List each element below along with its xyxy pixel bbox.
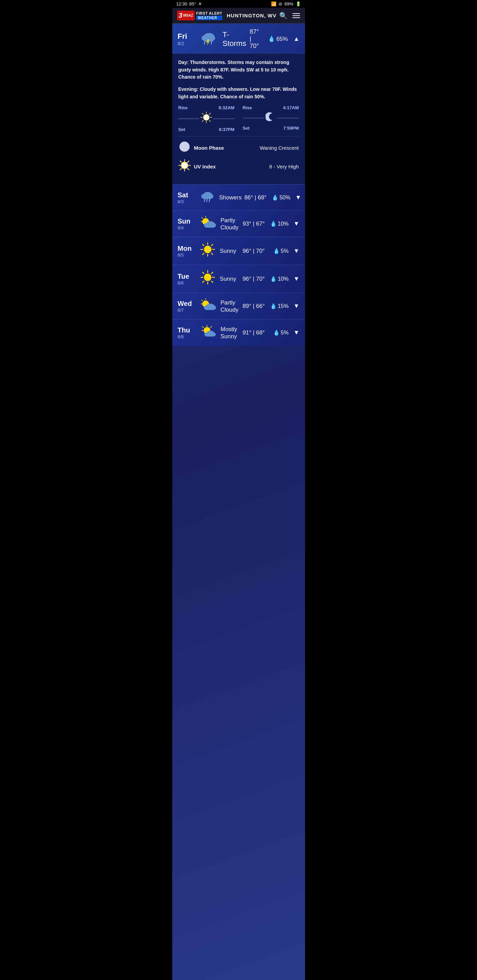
status-bar: 12:30 85° ✕ 📶 ⊘ 69% 🔋	[172, 0, 305, 8]
header-city: HUNTINGTON, WV 🔍	[227, 11, 288, 20]
uv-index-value: 8 - Very High	[269, 164, 299, 169]
svg-line-48	[211, 253, 213, 255]
moon-set-label: Set	[243, 126, 250, 130]
forecast-day-col: Thu 8/8	[178, 326, 195, 339]
forecast-row[interactable]: Mon 8/5 Sunny 96° | 70° 💧 5% ▼	[172, 237, 305, 265]
expand-chevron[interactable]: ▼	[294, 220, 300, 227]
sun-set-label: Set	[179, 127, 185, 132]
status-x-icon: ✕	[198, 2, 202, 6]
forecast-condition: PartlyCloudy	[221, 217, 240, 231]
svg-rect-41	[206, 226, 214, 228]
svg-line-31	[207, 199, 207, 202]
svg-line-24	[188, 161, 189, 162]
forecast-rain: 💧 10%	[270, 275, 289, 282]
logo-red-box: 3 WSAZ	[177, 11, 195, 21]
main-content: Fri 8/2 T-Storms 87°	[172, 24, 305, 980]
no-disturb-icon: ⊘	[279, 2, 282, 6]
forecast-rain-chance: 15%	[278, 303, 289, 309]
menu-icon[interactable]	[292, 13, 300, 18]
svg-line-30	[204, 199, 205, 202]
svg-point-7	[203, 115, 209, 121]
moon-phase-label: Moon Phase	[194, 145, 257, 151]
forecast-rain-chance: 5%	[281, 330, 289, 336]
forecast-day-date: 8/8	[178, 334, 195, 339]
expand-chevron[interactable]: ▼	[294, 329, 300, 336]
forecast-row[interactable]: Sun 8/4 PartlyCloudy 93° | 67° 💧 10% ▼	[172, 211, 305, 237]
logo-first-alert: FIRST ALERT	[196, 11, 222, 15]
forecast-condition: MostlySunny	[221, 326, 240, 340]
forecast-temps: 91° | 68°	[242, 329, 265, 336]
rain-drop-icon: 💧	[270, 303, 277, 309]
expanded-day-header[interactable]: Fri 8/2 T-Storms 87°	[172, 24, 305, 53]
forecast-day-date: 8/5	[178, 253, 195, 258]
detail-day-text: Day: Thunderstorms. Storms may contain s…	[179, 59, 299, 81]
logo-text-stack: FIRST ALERT WEATHER	[196, 11, 222, 20]
forecast-day-date: 8/6	[178, 280, 195, 285]
forecast-temps: 86° | 68°	[244, 194, 266, 201]
uv-index-row: UV Index 8 - Very High	[179, 159, 299, 174]
forecast-rain: 💧 15%	[270, 303, 289, 309]
expanded-rain-chance: 💧 65%	[268, 35, 288, 43]
expand-chevron[interactable]: ▼	[294, 302, 300, 310]
svg-line-13	[209, 121, 211, 121]
svg-point-42	[204, 246, 211, 253]
detail-day-body: Thunderstorms. Storms may contain strong…	[179, 60, 289, 80]
svg-line-23	[188, 169, 189, 170]
forecast-temps: 96° | 70°	[242, 248, 265, 255]
forecast-weather-icon	[200, 215, 216, 232]
detail-panel: Day: Thunderstorms. Storms may contain s…	[172, 53, 305, 185]
moon-phase-value: Waning Crescent	[260, 145, 299, 151]
sun-rise-label: Rise	[179, 105, 188, 110]
moon-phase-icon	[179, 140, 191, 155]
forecast-day-name: Sun	[178, 218, 195, 225]
forecast-day-date: 8/4	[178, 225, 195, 231]
rain-drop-icon: 💧	[272, 194, 279, 201]
status-time: 12:30	[176, 2, 188, 6]
forecast-rain: 💧 5%	[270, 248, 289, 254]
expand-chevron[interactable]: ▼	[294, 247, 300, 255]
forecast-day-name: Mon	[178, 245, 195, 253]
forecast-row[interactable]: Wed 8/7 PartlyCloudy 89° | 66° 💧 15% ▼	[172, 293, 305, 320]
city-name: HUNTINGTON, WV	[227, 13, 276, 18]
header-right	[292, 13, 300, 18]
svg-line-25	[180, 169, 182, 170]
forecast-row[interactable]: Tue 8/6 Sunny 96° | 70° 💧 10% ▼	[172, 265, 305, 293]
rain-drop-icon: 💧	[273, 248, 280, 254]
app-header: 3 WSAZ FIRST ALERT WEATHER HUNTINGTON, W…	[172, 8, 305, 24]
svg-point-17	[181, 162, 188, 169]
forecast-row[interactable]: Thu 8/8 MostlySunny 91° | 68° 💧 5% ▼	[172, 320, 305, 346]
forecast-day-name: Wed	[178, 300, 195, 308]
expand-chevron[interactable]: ▼	[295, 194, 302, 201]
search-icon[interactable]: 🔍	[279, 11, 288, 20]
forecast-rain-chance: 50%	[279, 195, 290, 201]
svg-point-16	[179, 142, 190, 152]
forecast-day-name: Sat	[178, 191, 195, 199]
rain-drop-icon: 💧	[268, 35, 275, 43]
detail-evening-text: Evening: Cloudy with showers. Low near 7…	[179, 86, 299, 100]
expanded-temps: 87° | 70°	[250, 28, 262, 50]
svg-line-64	[201, 300, 203, 301]
moon-rise-time: 4:17AM	[283, 105, 298, 110]
expanded-day-date: 8/2	[178, 41, 194, 46]
svg-line-12	[202, 113, 203, 115]
forecast-rain: 💧 10%	[270, 221, 289, 227]
svg-line-73	[202, 326, 204, 328]
rain-drop-icon: 💧	[273, 329, 280, 336]
forecast-day-col: Sun 8/4	[178, 218, 195, 231]
moon-phase-row: Moon Phase Waning Crescent	[179, 140, 299, 155]
expand-chevron[interactable]: ▼	[294, 275, 300, 282]
forecast-temps: 93° | 67°	[242, 221, 265, 227]
svg-line-56	[203, 272, 204, 274]
forecast-condition: Showers	[219, 194, 242, 201]
svg-line-59	[203, 281, 204, 282]
forecast-condition: Sunny	[220, 247, 240, 255]
logo-weather: WEATHER	[196, 16, 222, 20]
collapse-chevron[interactable]: ▲	[294, 35, 300, 43]
sun-col: Rise 6:32AM	[179, 105, 235, 132]
forecast-weather-icon	[200, 242, 215, 260]
rain-drop-icon: 💧	[270, 275, 277, 282]
expanded-condition: T-Storms	[223, 30, 247, 48]
forecast-row[interactable]: Sat 8/3 Showers 86° | 68° 💧 50% ▼	[172, 185, 305, 211]
sun-icon	[201, 111, 212, 126]
battery-icon: 🔋	[295, 2, 301, 6]
